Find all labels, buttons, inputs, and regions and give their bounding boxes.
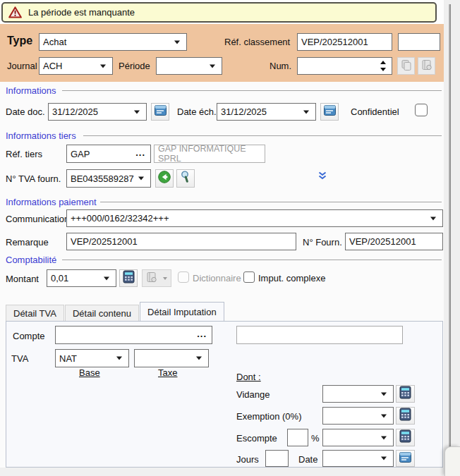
taxe-column-label: Taxe xyxy=(158,367,177,378)
background-window-corner xyxy=(444,446,460,476)
imput-complexe-checkbox[interactable] xyxy=(243,271,255,283)
type-select[interactable]: Achat xyxy=(39,33,187,51)
remarque-value: VEP/202512001 xyxy=(71,236,138,247)
jours-calendar-button[interactable] xyxy=(396,450,415,467)
tva-code-select[interactable]: NAT xyxy=(55,349,129,367)
date-doc-value: 31/12/2025 xyxy=(52,106,98,117)
document-entry-window: La période est manquante Type Achat Réf.… xyxy=(0,0,460,476)
remarque-input[interactable]: VEP/202512001 xyxy=(66,233,296,250)
section-title-tiers: Informations tiers xyxy=(6,130,76,141)
dont-label: Dont : xyxy=(236,372,261,382)
montant-value: 0,01 xyxy=(51,273,68,283)
exemption-calculator-button[interactable] xyxy=(396,407,415,425)
ref-classement-extra-input[interactable] xyxy=(398,33,440,51)
tva-verify-button[interactable] xyxy=(155,169,174,188)
tva-rate-select[interactable] xyxy=(134,349,209,367)
num-fourn-value: VEP/202512001 xyxy=(349,236,416,247)
tab-detail-imputation[interactable]: Détail Imputation xyxy=(140,302,224,321)
book-split-button[interactable] xyxy=(142,269,171,287)
tva-search-button[interactable] xyxy=(176,169,195,188)
expand-chevron-icon[interactable] xyxy=(317,171,327,183)
copy-document-button[interactable] xyxy=(397,57,415,75)
compte-name-field xyxy=(236,326,403,344)
confidentiel-checkbox[interactable] xyxy=(415,104,428,116)
date-ech-label: Date éch. xyxy=(177,106,217,117)
date-ech-value: 31/12/2025 xyxy=(221,106,267,117)
browse-tiers-button[interactable]: ... xyxy=(135,147,145,158)
montant-label: Montant xyxy=(6,274,39,284)
browse-compte-button[interactable]: ... xyxy=(197,329,207,339)
date-ech-calendar-button[interactable] xyxy=(320,103,339,121)
journal-select[interactable]: ACH xyxy=(39,57,113,75)
dropdown-arrow-icon xyxy=(116,357,122,360)
right-margin xyxy=(444,0,460,476)
imput-complexe-label: Imput. complexe xyxy=(258,273,325,283)
spinner-down-icon[interactable] xyxy=(380,68,386,71)
date-ech-select[interactable]: 31/12/2025 xyxy=(217,103,316,121)
copy-icon xyxy=(400,59,413,74)
periode-select[interactable] xyxy=(156,57,222,75)
dropdown-arrow-icon xyxy=(163,277,167,280)
jours-input[interactable] xyxy=(265,450,289,467)
escompte-select[interactable] xyxy=(322,429,394,446)
dictionnaire-checkbox[interactable] xyxy=(178,271,189,283)
date-doc-select[interactable]: 31/12/2025 xyxy=(48,103,147,121)
communication-label: Communication xyxy=(6,214,69,224)
calendar-icon xyxy=(323,104,337,119)
tva-fourn-value: BE0435589287 xyxy=(71,173,134,184)
escompte-pct-input[interactable] xyxy=(287,429,308,446)
section-line xyxy=(62,90,442,91)
tiers-name-field: GAP INFORMATIQUE SPRL xyxy=(154,145,265,163)
num-spinner[interactable] xyxy=(380,61,387,71)
calculator-icon xyxy=(399,429,411,446)
warning-message: La période est manquante xyxy=(28,7,135,18)
tab-label: Détail TVA xyxy=(13,308,56,319)
escompte-calculator-button[interactable] xyxy=(396,429,415,446)
ref-classement-input[interactable]: VEP/202512001 xyxy=(297,33,392,51)
dropdown-arrow-icon xyxy=(138,177,144,181)
detail-tabs: Détail TVA Détail contenu Détail Imputat… xyxy=(6,303,225,321)
dropdown-arrow-icon xyxy=(196,357,202,360)
compte-label: Compte xyxy=(13,331,45,341)
warning-icon xyxy=(8,6,22,18)
window-border-line xyxy=(449,4,451,476)
num-label: Num. xyxy=(270,61,291,71)
dropdown-arrow-icon xyxy=(104,276,109,280)
compte-input[interactable]: ... xyxy=(55,326,212,344)
percent-label: % xyxy=(311,433,320,444)
journal-check-button[interactable] xyxy=(418,57,435,75)
tab-label: Détail contenu xyxy=(73,308,131,319)
tiers-name-value: GAP INFORMATIQUE SPRL xyxy=(158,144,261,164)
book-icon xyxy=(145,271,158,286)
dropdown-arrow-icon xyxy=(381,457,387,460)
dropdown-arrow-icon xyxy=(210,64,215,68)
spinner-up-icon[interactable] xyxy=(380,61,386,64)
montant-calculator-button[interactable] xyxy=(119,269,138,287)
magnifier-icon xyxy=(178,170,193,187)
escompte-label: Escompte xyxy=(236,433,277,444)
vidange-select[interactable] xyxy=(322,385,394,403)
section-title-paiement: Informations paiement xyxy=(6,197,97,207)
montant-select[interactable]: 0,01 xyxy=(47,269,116,287)
dropdown-arrow-icon xyxy=(134,110,140,114)
date-doc-calendar-button[interactable] xyxy=(151,103,169,121)
communication-select[interactable]: +++000/0162/32342+++ xyxy=(66,209,443,227)
num-spinner-input[interactable] xyxy=(297,57,392,75)
tab-detail-tva[interactable]: Détail TVA xyxy=(6,305,64,321)
dropdown-arrow-icon xyxy=(303,110,309,114)
num-fourn-input[interactable]: VEP/202512001 xyxy=(345,233,443,250)
tab-detail-contenu[interactable]: Détail contenu xyxy=(65,305,139,321)
dropdown-arrow-icon xyxy=(381,414,387,417)
exemption-select[interactable] xyxy=(322,407,394,425)
tva-fourn-select[interactable]: BE0435589287 xyxy=(66,169,151,188)
jours-date-select[interactable] xyxy=(322,450,394,467)
exemption-label: Exemption (0%) xyxy=(236,411,301,422)
ref-classement-label: Réf. classement xyxy=(224,37,290,47)
ref-tiers-label: Réf. tiers xyxy=(6,149,42,159)
communication-value: +++000/0162/32342+++ xyxy=(71,213,169,224)
vidange-calculator-button[interactable] xyxy=(396,385,415,403)
type-value: Achat xyxy=(43,37,66,47)
base-column-label: Base xyxy=(79,367,100,378)
type-label: Type xyxy=(7,35,32,47)
ref-tiers-input[interactable]: GAP ... xyxy=(66,145,151,163)
